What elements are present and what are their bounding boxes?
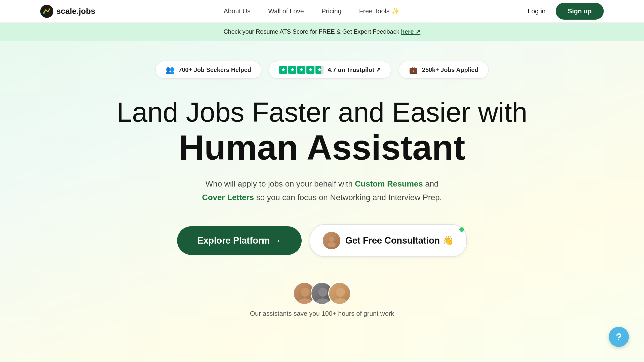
subtitle-before: Who will apply to jobs on your behalf wi…: [206, 179, 355, 188]
assistant-avatar-3: [328, 282, 351, 305]
star-4: ★: [306, 66, 314, 74]
bottom-tease: Our assistants save you 100+ hours of gr…: [250, 282, 394, 318]
explore-platform-button[interactable]: Explore Platform →: [177, 226, 301, 255]
svg-point-6: [318, 288, 327, 297]
star-1: ★: [279, 66, 287, 74]
logo-icon: [40, 5, 53, 18]
subtitle-highlight-cover: Cover Letters: [202, 193, 254, 202]
help-icon: ?: [616, 331, 622, 343]
logo[interactable]: scale.jobs: [40, 5, 95, 18]
stat-job-seekers: 👥 700+ Job Seekers Helped: [155, 61, 262, 79]
consultation-label: Get Free Consultation 👋: [345, 235, 454, 246]
star-2: ★: [288, 66, 296, 74]
hero-subtitle: Who will apply to jobs on your behalf wi…: [202, 177, 442, 204]
login-button[interactable]: Log in: [528, 7, 546, 15]
svg-point-2: [329, 237, 334, 242]
explore-platform-label: Explore Platform →: [197, 235, 281, 246]
subtitle-highlight-resumes: Custom Resumes: [355, 179, 423, 188]
star-3: ★: [297, 66, 305, 74]
bottom-text: Our assistants save you 100+ hours of gr…: [250, 310, 394, 318]
online-indicator: [459, 227, 464, 232]
trustpilot-stars: ★ ★ ★ ★ ★: [279, 66, 324, 74]
svg-point-3: [328, 242, 336, 247]
nav-wall-of-love[interactable]: Wall of Love: [268, 7, 304, 15]
svg-point-1: [43, 12, 45, 14]
briefcase-icon: 💼: [409, 66, 418, 74]
people-icon: 👥: [166, 66, 175, 74]
stat-jobs-applied: 💼 250k+ Jobs Applied: [399, 61, 489, 79]
svg-point-7: [316, 298, 330, 305]
nav-pricing[interactable]: Pricing: [321, 7, 341, 15]
hero-title-line1: Land Jobs Faster and Easier with: [117, 96, 528, 128]
svg-point-9: [333, 298, 347, 305]
subtitle-after: so you can focus on Networking and Inter…: [254, 193, 442, 202]
stats-row: 👥 700+ Job Seekers Helped ★ ★ ★ ★ ★ 4.7 …: [155, 61, 489, 79]
logo-text: scale.jobs: [56, 7, 95, 16]
star-5-half: ★: [315, 66, 324, 74]
hero-title: Land Jobs Faster and Easier with Human A…: [117, 96, 528, 167]
help-button[interactable]: ?: [609, 327, 629, 347]
consultation-button[interactable]: Get Free Consultation 👋: [310, 224, 467, 257]
stat-trustpilot[interactable]: ★ ★ ★ ★ ★ 4.7 on Trustpilot ↗: [269, 61, 391, 79]
subtitle-middle: and: [423, 179, 438, 188]
navbar: scale.jobs About Us Wall of Love Pricing…: [0, 0, 644, 23]
announcement-bar: Check your Resume ATS Score for FREE & G…: [0, 23, 644, 41]
avatar-icon: [325, 234, 338, 247]
cta-row: Explore Platform → Get Free Consultation…: [177, 224, 467, 257]
svg-point-8: [336, 288, 345, 297]
stat-job-seekers-text: 700+ Job Seekers Helped: [179, 66, 251, 73]
svg-point-4: [301, 288, 310, 297]
consultant-avatar: [323, 232, 340, 249]
nav-links: About Us Wall of Love Pricing Free Tools…: [224, 7, 399, 15]
nav-auth: Log in Sign up: [528, 3, 604, 20]
signup-button[interactable]: Sign up: [556, 3, 604, 20]
hero-section: 👥 700+ Job Seekers Helped ★ ★ ★ ★ ★ 4.7 …: [0, 41, 644, 362]
nav-about-us[interactable]: About Us: [224, 7, 251, 15]
stat-jobs-applied-text: 250k+ Jobs Applied: [422, 66, 478, 73]
announcement-text: Check your Resume ATS Score for FREE & G…: [224, 28, 401, 35]
svg-point-5: [298, 298, 312, 305]
nav-free-tools[interactable]: Free Tools ✨: [359, 7, 399, 15]
hero-title-line2: Human Assistant: [117, 128, 528, 167]
avatar-stack: [293, 282, 351, 305]
announcement-link[interactable]: here ↗: [401, 28, 420, 35]
trustpilot-text: 4.7 on Trustpilot ↗: [328, 66, 381, 73]
